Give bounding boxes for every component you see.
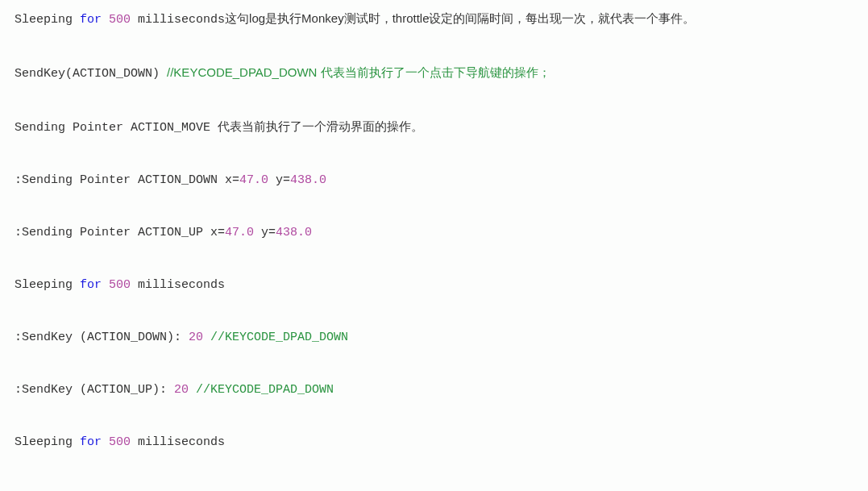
text: :SendKey (ACTION_DOWN): <box>15 331 189 344</box>
number: 500 <box>109 13 131 27</box>
text: Sleeping <box>15 435 80 449</box>
number: 500 <box>109 278 131 292</box>
log-line-1: Sleeping for 500 milliseconds这句log是执行Mon… <box>15 10 853 28</box>
log-line-5: :Sending Pointer ACTION_UP x=47.0 y=438.… <box>15 224 853 241</box>
number-y: 438.0 <box>276 226 312 239</box>
comment: //KEYCODE_DPAD_DOWN <box>196 383 334 397</box>
comment: //KEYCODE_DPAD_DOWN 代表当前执行了一个点击下导航键的操作； <box>167 65 550 79</box>
text: :Sending Pointer ACTION_DOWN x= <box>15 173 239 187</box>
number: 500 <box>109 435 131 449</box>
text: y= <box>268 173 290 187</box>
text: :SendKey (ACTION_UP): <box>15 383 174 397</box>
space <box>102 13 109 27</box>
text: Sending Pointer ACTION_MOVE <box>15 121 218 135</box>
number-y: 438.0 <box>290 173 326 187</box>
log-line-2: SendKey(ACTION_DOWN) //KEYCODE_DPAD_DOWN… <box>15 64 853 82</box>
text: Sleeping <box>15 278 80 292</box>
keyword-for: for <box>80 13 102 27</box>
log-line-7: :SendKey (ACTION_DOWN): 20 //KEYCODE_DPA… <box>15 329 853 346</box>
text: y= <box>254 226 276 239</box>
text: milliseconds <box>131 435 225 449</box>
description-cn: 代表当前执行了一个滑动界面的操作。 <box>218 119 423 133</box>
space <box>189 383 196 397</box>
text: milliseconds <box>131 278 225 292</box>
log-line-3: Sending Pointer ACTION_MOVE 代表当前执行了一个滑动界… <box>15 118 853 136</box>
keyword-for: for <box>80 278 102 292</box>
space <box>102 278 109 292</box>
description-cn: 这句log是执行Monkey测试时，throttle设定的间隔时间，每出现一次，… <box>225 11 695 25</box>
text: Sleeping <box>15 13 80 27</box>
log-line-6: Sleeping for 500 milliseconds <box>15 277 853 293</box>
number-x: 47.0 <box>225 226 254 239</box>
number: 20 <box>189 331 203 344</box>
space <box>203 331 210 344</box>
keyword-for: for <box>80 435 102 449</box>
number: 20 <box>174 383 189 397</box>
comment: //KEYCODE_DPAD_DOWN <box>210 331 348 344</box>
text: :Sending Pointer ACTION_UP x= <box>15 226 225 239</box>
log-line-8: :SendKey (ACTION_UP): 20 //KEYCODE_DPAD_… <box>15 381 853 398</box>
log-line-4: :Sending Pointer ACTION_DOWN x=47.0 y=43… <box>15 172 853 189</box>
text: milliseconds <box>131 13 225 27</box>
text: SendKey(ACTION_DOWN) <box>15 67 167 81</box>
space <box>102 435 109 449</box>
log-line-9: Sleeping for 500 milliseconds <box>15 434 853 451</box>
number-x: 47.0 <box>239 173 268 187</box>
